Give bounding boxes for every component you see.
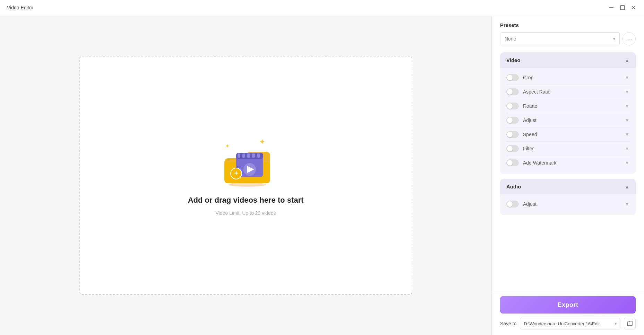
adjust-label: Adjust (523, 117, 625, 123)
svg-rect-10 (238, 153, 240, 158)
audio-section-card: Audio ▲ Adjust ▼ (500, 179, 636, 215)
speed-chevron-icon: ▼ (625, 132, 629, 137)
main-content: ✦ ✦ (0, 15, 644, 335)
rotate-row: Rotate ▼ (506, 99, 629, 113)
right-panel: Presets None ▼ ⋯ Video ▲ (491, 15, 644, 335)
maximize-button[interactable] (619, 4, 626, 11)
video-section-collapse-icon[interactable]: ▲ (625, 58, 629, 63)
audio-section-body: Adjust ▼ (500, 194, 636, 215)
video-area: ✦ ✦ (0, 15, 491, 335)
crop-chevron-icon: ▼ (625, 75, 629, 80)
filter-toggle[interactable] (506, 145, 519, 152)
watermark-chevron-icon: ▼ (625, 160, 629, 166)
presets-select-wrapper: None ▼ (500, 32, 620, 45)
video-section-card: Video ▲ Crop ▼ Aspect Ratio ▼ (500, 52, 636, 174)
watermark-row: Add Watermark ▼ (506, 156, 629, 170)
crop-toggle[interactable] (506, 74, 519, 81)
svg-rect-11 (242, 153, 245, 158)
app-title: Video Editor (7, 5, 33, 10)
video-section-label: Video (506, 57, 625, 63)
audio-adjust-toggle[interactable] (506, 201, 519, 208)
video-section-header[interactable]: Video ▲ (500, 52, 636, 68)
aspect-ratio-toggle[interactable] (506, 88, 519, 95)
drop-zone-icon: ✦ ✦ (218, 135, 274, 190)
audio-section-collapse-icon[interactable]: ▲ (625, 184, 629, 189)
audio-section-label: Audio (506, 184, 625, 189)
panel-footer: Export Save to D:\Wondershare UniConvert… (492, 291, 644, 335)
audio-adjust-label: Adjust (523, 201, 625, 207)
rotate-label: Rotate (523, 103, 625, 109)
svg-text:✦: ✦ (259, 138, 265, 146)
aspect-ratio-label: Aspect Ratio (523, 89, 625, 95)
audio-adjust-row: Adjust ▼ (506, 197, 629, 211)
export-button[interactable]: Export (500, 296, 636, 314)
save-to-path-wrapper: D:\Wondershare UniConverter 16\Edit ▼ (520, 318, 620, 329)
adjust-chevron-icon: ▼ (625, 117, 629, 123)
drop-zone[interactable]: ✦ ✦ (79, 56, 412, 295)
window-controls (608, 4, 637, 11)
speed-label: Speed (523, 132, 625, 137)
svg-rect-1 (620, 6, 625, 10)
app-window: Video Editor (0, 0, 644, 335)
aspect-ratio-chevron-icon: ▼ (625, 89, 629, 95)
audio-adjust-chevron-icon: ▼ (625, 201, 629, 207)
filter-row: Filter ▼ (506, 142, 629, 156)
rotate-toggle[interactable] (506, 103, 519, 109)
svg-rect-12 (247, 153, 250, 158)
filter-label: Filter (523, 146, 625, 151)
speed-toggle[interactable] (506, 131, 519, 138)
adjust-row: Adjust ▼ (506, 113, 629, 127)
crop-row: Crop ▼ (506, 71, 629, 85)
svg-point-19 (228, 183, 266, 187)
presets-label: Presets (500, 22, 636, 28)
minimize-button[interactable] (608, 4, 615, 11)
svg-rect-13 (252, 153, 255, 158)
svg-text:+: + (234, 169, 238, 177)
save-to-row: Save to D:\Wondershare UniConverter 16\E… (500, 318, 636, 329)
svg-rect-14 (257, 153, 260, 158)
drop-zone-title: Add or drag videos here to start (188, 196, 304, 205)
filter-chevron-icon: ▼ (625, 146, 629, 151)
close-button[interactable] (630, 4, 637, 11)
save-to-path-select[interactable]: D:\Wondershare UniConverter 16\Edit (520, 318, 620, 329)
drop-zone-subtitle: Video Limit: Up to 20 videos (215, 210, 276, 216)
title-bar: Video Editor (0, 0, 644, 15)
audio-section-header[interactable]: Audio ▲ (500, 179, 636, 194)
presets-select[interactable]: None (500, 32, 620, 45)
adjust-toggle[interactable] (506, 117, 519, 124)
speed-row: Speed ▼ (506, 127, 629, 142)
video-section-body: Crop ▼ Aspect Ratio ▼ Rotate ▼ (500, 68, 636, 174)
presets-more-button[interactable]: ⋯ (622, 32, 636, 45)
presets-row: None ▼ ⋯ (500, 32, 636, 45)
watermark-toggle[interactable] (506, 159, 519, 166)
crop-label: Crop (523, 75, 625, 80)
rotate-chevron-icon: ▼ (625, 103, 629, 109)
panel-scroll[interactable]: Presets None ▼ ⋯ Video ▲ (492, 15, 644, 291)
folder-browse-button[interactable] (624, 318, 636, 329)
aspect-ratio-row: Aspect Ratio ▼ (506, 85, 629, 99)
watermark-label: Add Watermark (523, 160, 625, 166)
save-to-label: Save to (500, 321, 516, 326)
svg-text:✦: ✦ (225, 143, 230, 149)
